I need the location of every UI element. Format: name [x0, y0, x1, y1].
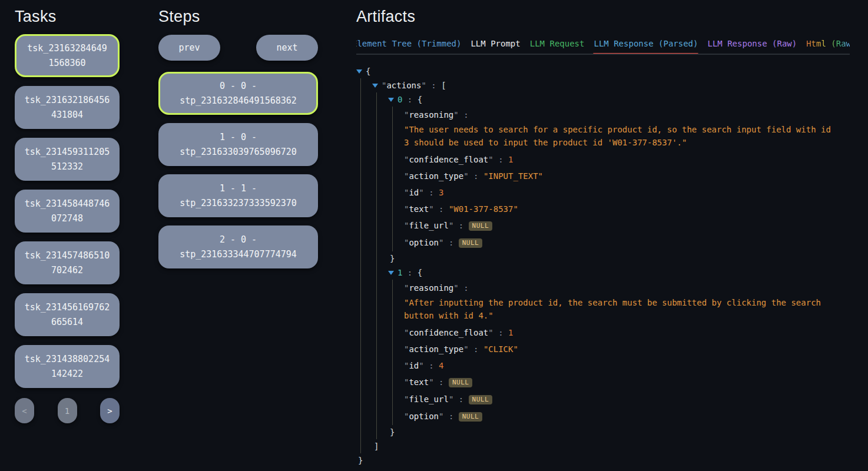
- json-row: 1 : {: [388, 266, 837, 280]
- json-string-value: "After inputting the product id, the sea…: [404, 296, 837, 324]
- json-key: confidence_float: [409, 155, 488, 164]
- json-key: file_url: [409, 221, 448, 230]
- step-item[interactable]: 0 - 0 - stp_231632846491568362: [158, 72, 318, 115]
- json-token: ": [463, 344, 468, 354]
- json-number: 3: [439, 188, 443, 197]
- json-token: :: [424, 188, 439, 197]
- tab-llm-request[interactable]: LLM Request: [525, 34, 589, 54]
- json-row: "action_type" : "CLICK": [404, 341, 837, 357]
- tasks-pagination: < 1 >: [15, 398, 120, 423]
- json-row: "id" : 4: [404, 357, 837, 374]
- task-item[interactable]: tsk_231457486510702462: [15, 241, 120, 284]
- json-key: id: [409, 361, 419, 370]
- json-row: "reasoning" :: [404, 280, 837, 296]
- json-token: ": [463, 171, 468, 181]
- json-token: :: [426, 81, 441, 90]
- json-token: :: [402, 268, 417, 277]
- steps-title: Steps: [158, 8, 318, 25]
- artifacts-title: Artifacts: [356, 8, 850, 25]
- next-step-button[interactable]: next: [256, 35, 318, 61]
- json-row: }: [388, 251, 837, 266]
- json-key: reasoning: [409, 283, 453, 293]
- json-row: "id" : 3: [404, 184, 837, 201]
- json-row: ]: [372, 439, 837, 453]
- json-string-value: "The user needs to search for a specific…: [404, 123, 837, 151]
- json-number: 1: [508, 328, 513, 337]
- json-string-value: "W01-377-8537": [449, 204, 518, 214]
- json-token: :: [402, 95, 417, 104]
- json-key: file_url: [409, 394, 448, 404]
- json-token: :: [493, 155, 508, 164]
- json-token: ": [488, 328, 493, 337]
- json-row: "reasoning" :: [404, 107, 837, 123]
- task-item[interactable]: tsk_231632846491568360: [15, 34, 120, 77]
- json-row: "confidence_float" : 1: [404, 151, 837, 168]
- json-key: reasoning: [409, 110, 453, 120]
- json-token: :: [443, 238, 458, 247]
- null-badge: NULL: [459, 412, 483, 422]
- json-token: ": [429, 204, 433, 214]
- tab-element-tree-trimmed[interactable]: Element Tree (Trimmed): [356, 34, 466, 54]
- artifacts-tabs: Element Tree (Trimmed)LLM PromptLLM Requ…: [356, 34, 850, 54]
- json-token: :: [493, 328, 508, 337]
- tab-llm-response-parsed[interactable]: LLM Response (Parsed): [589, 34, 703, 54]
- step-item[interactable]: 2 - 0 - stp_231633344707774794: [158, 225, 318, 268]
- null-badge: NULL: [449, 378, 473, 387]
- json-row: "actions" : [: [372, 78, 837, 92]
- json-row: 0 : {: [388, 92, 837, 107]
- json-row: {: [356, 64, 837, 78]
- null-badge: NULL: [459, 238, 483, 248]
- prev-page-button[interactable]: <: [15, 398, 34, 423]
- json-row: }: [388, 425, 837, 439]
- json-close-bracket: }: [390, 254, 395, 263]
- json-token: :: [469, 171, 483, 181]
- collapse-toggle-icon[interactable]: [388, 271, 394, 275]
- collapse-toggle-icon[interactable]: [356, 69, 362, 74]
- json-row: "confidence_float" : 1: [404, 324, 837, 341]
- json-close-bracket: ]: [374, 442, 379, 451]
- json-token: ": [419, 361, 423, 370]
- json-open-bracket: {: [418, 268, 422, 277]
- collapse-toggle-icon[interactable]: [388, 98, 394, 102]
- json-close-bracket: }: [390, 427, 395, 437]
- json-children: "reasoning" : "The user needs to search …: [392, 107, 837, 251]
- json-string-value: "CLICK": [483, 344, 518, 354]
- json-row: }: [356, 453, 837, 467]
- tab-llm-response-raw[interactable]: LLM Response (Raw): [703, 34, 801, 54]
- json-row: "option" : NULL: [404, 234, 837, 251]
- artifacts-panel: Artifacts Element Tree (Trimmed)LLM Prom…: [356, 8, 850, 467]
- collapse-toggle-icon[interactable]: [372, 84, 378, 88]
- prev-step-button[interactable]: prev: [158, 35, 220, 61]
- json-viewer: {"actions" : [0 : {"reasoning" : "The us…: [356, 64, 837, 467]
- next-page-button[interactable]: >: [100, 398, 120, 423]
- json-row: "text" : NULL: [404, 374, 837, 391]
- step-item[interactable]: 1 - 0 - stp_231633039765096720: [158, 123, 318, 166]
- json-token: :: [434, 204, 449, 214]
- json-number: 4: [439, 361, 443, 370]
- json-row: "action_type" : "INPUT_TEXT": [404, 168, 837, 184]
- step-item[interactable]: 1 - 1 - stp_231633237333592370: [158, 174, 318, 217]
- steps-list: 0 - 0 - stp_2316328464915683621 - 0 - st…: [158, 72, 318, 268]
- json-string-value: "INPUT_TEXT": [483, 171, 543, 181]
- json-key: confidence_float: [409, 328, 488, 337]
- steps-panel: Steps prev next 0 - 0 - stp_231632846491…: [158, 8, 318, 268]
- task-item[interactable]: tsk_231459311205512332: [15, 138, 120, 181]
- task-item[interactable]: tsk_231458448746072748: [15, 190, 120, 233]
- page-number-button[interactable]: 1: [58, 398, 77, 423]
- json-key: action_type: [409, 171, 463, 181]
- json-token: :: [434, 377, 449, 387]
- task-item[interactable]: tsk_231438802254142422: [15, 345, 120, 388]
- json-children: 0 : {"reasoning" : "The user needs to se…: [376, 92, 837, 439]
- json-token: ": [421, 81, 426, 90]
- json-row: "text" : "W01-377-8537": [404, 201, 837, 217]
- json-token: ": [453, 283, 458, 293]
- json-key: text: [409, 377, 429, 387]
- json-children: "reasoning" : "After inputting the produ…: [392, 280, 837, 425]
- task-item[interactable]: tsk_231632186456431804: [15, 86, 120, 129]
- json-key: actions: [386, 81, 421, 90]
- json-token: :: [443, 412, 458, 421]
- task-item[interactable]: tsk_231456169762665614: [15, 293, 120, 336]
- tab-llm-prompt[interactable]: LLM Prompt: [466, 34, 525, 54]
- json-open-bracket: [: [441, 81, 446, 90]
- tab-html-raw[interactable]: Html (Raw): [801, 34, 850, 54]
